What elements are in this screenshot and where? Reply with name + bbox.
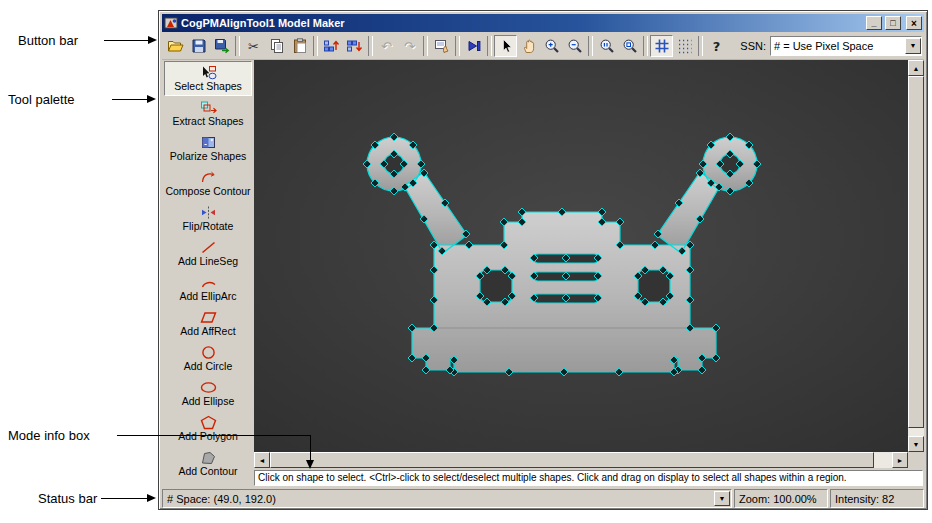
palette-item-add-circle[interactable]: Add Circle bbox=[164, 341, 252, 376]
open-folder-icon bbox=[167, 38, 184, 54]
scroll-right-button[interactable]: ► bbox=[892, 452, 908, 468]
zoom-in-icon bbox=[544, 38, 560, 54]
annotation-arrow bbox=[112, 99, 148, 100]
palette-item-add-polygon[interactable]: Add Polygon bbox=[164, 411, 252, 446]
ssn-label: SSN: bbox=[740, 40, 766, 52]
zoom-fit-icon bbox=[622, 38, 638, 54]
title-bar: CogPMAlignTool1 Model Maker _ □ × bbox=[162, 14, 924, 32]
undo-icon: ↶ bbox=[381, 40, 392, 53]
scroll-left-button[interactable]: ◄ bbox=[254, 452, 270, 468]
scrollbar-corner bbox=[908, 452, 924, 468]
palette-item-select-shapes[interactable]: Select Shapes bbox=[164, 61, 252, 96]
annotation-status-bar: Status bar bbox=[38, 491, 97, 506]
toolbar-separator bbox=[643, 36, 648, 56]
toolbar-separator bbox=[368, 36, 373, 56]
annotation-connector bbox=[310, 435, 311, 461]
window-title: CogPMAlignTool1 Model Maker bbox=[181, 17, 863, 29]
add-elliparc-icon bbox=[200, 275, 217, 290]
palette-item-polarize-shapes[interactable]: Polarize Shapes bbox=[164, 131, 252, 166]
polarize-shapes-icon bbox=[200, 135, 217, 150]
add-ellipse-icon bbox=[200, 380, 217, 395]
redo-button[interactable]: ↷ bbox=[398, 35, 421, 57]
horizontal-scrollbar[interactable]: ◄ ► bbox=[254, 452, 908, 468]
palette-item-extract-shapes[interactable]: Extract Shapes bbox=[164, 96, 252, 131]
run-button[interactable] bbox=[462, 35, 485, 57]
minimize-button[interactable]: _ bbox=[866, 16, 882, 30]
close-button[interactable]: × bbox=[906, 16, 922, 30]
pan-button[interactable] bbox=[517, 35, 540, 57]
status-bar: # Space: (49.0, 192.0) ▼ Zoom: 100.00% I… bbox=[162, 489, 924, 508]
add-circle-icon bbox=[200, 345, 217, 360]
copy-button[interactable] bbox=[265, 35, 288, 57]
palette-item-add-ellipse[interactable]: Add Ellipse bbox=[164, 376, 252, 411]
lower-shapes-button[interactable] bbox=[343, 35, 366, 57]
grid-points-icon bbox=[677, 38, 693, 54]
annotation-arrowhead bbox=[306, 460, 314, 469]
maximize-button[interactable]: □ bbox=[885, 16, 901, 30]
vertical-scrollbar[interactable]: ▲ ▼ bbox=[908, 60, 924, 452]
cursor-icon bbox=[498, 38, 514, 54]
palette-item-add-contour[interactable]: Add Contour bbox=[164, 446, 252, 481]
horizontal-scroll-thumb[interactable] bbox=[270, 452, 874, 468]
zoom-actual-icon bbox=[599, 38, 615, 54]
scroll-down-button[interactable]: ▼ bbox=[908, 436, 924, 452]
part-image bbox=[254, 60, 908, 452]
ssn-value: # = Use Pixel Space bbox=[771, 40, 905, 52]
zoom-actual-button[interactable] bbox=[595, 35, 618, 57]
compose-contour-icon bbox=[200, 170, 217, 185]
zoom-indicator: Zoom: 100.00% bbox=[734, 489, 828, 508]
save-button[interactable] bbox=[187, 35, 210, 57]
redo-icon: ↷ bbox=[404, 40, 415, 53]
raise-shapes-button[interactable] bbox=[320, 35, 343, 57]
display-canvas[interactable] bbox=[254, 60, 908, 452]
add-affrect-icon bbox=[200, 310, 217, 325]
ssn-combobox[interactable]: # = Use Pixel Space ▼ bbox=[770, 36, 922, 56]
help-button[interactable]: ? bbox=[705, 35, 728, 57]
tool-palette: Select Shapes Extract Shapes Polarize Sh… bbox=[162, 60, 254, 488]
annotation-arrowhead bbox=[147, 494, 156, 502]
space-dropdown-button[interactable]: ▼ bbox=[714, 491, 730, 506]
toolbar-separator bbox=[588, 36, 593, 56]
add-polygon-icon bbox=[200, 415, 217, 430]
grid-points-button[interactable] bbox=[673, 35, 696, 57]
palette-item-add-affrect[interactable]: Add AffRect bbox=[164, 306, 252, 341]
intensity-indicator: Intensity: 82 bbox=[830, 489, 924, 508]
add-contour-icon bbox=[200, 450, 217, 465]
space-selector[interactable]: # Space: (49.0, 192.0) ▼ bbox=[162, 489, 732, 508]
help-icon: ? bbox=[713, 40, 721, 53]
paste-icon bbox=[292, 38, 308, 54]
toolbar-separator bbox=[487, 36, 492, 56]
annotation-arrowhead bbox=[147, 95, 156, 103]
copy-icon bbox=[269, 38, 285, 54]
zoom-out-icon bbox=[567, 38, 583, 54]
save-as-icon bbox=[214, 38, 230, 54]
vertical-scroll-thumb[interactable] bbox=[908, 76, 924, 428]
zoom-in-button[interactable] bbox=[540, 35, 563, 57]
toolbar-separator bbox=[698, 36, 703, 56]
toolbar-separator bbox=[235, 36, 240, 56]
palette-item-add-lineseg[interactable]: Add LineSeg bbox=[164, 236, 252, 271]
open-button[interactable] bbox=[164, 35, 187, 57]
annotation-mode-info-box: Mode info box bbox=[8, 428, 90, 443]
paste-button[interactable] bbox=[288, 35, 311, 57]
hand-icon bbox=[521, 38, 537, 54]
annotated-figure: Button bar Tool palette Mode info box St… bbox=[0, 0, 932, 523]
palette-item-compose-contour[interactable]: Compose Contour bbox=[164, 166, 252, 201]
scissors-icon: ✂ bbox=[248, 40, 259, 53]
zoom-fit-button[interactable] bbox=[618, 35, 641, 57]
space-coordinates: # Space: (49.0, 192.0) bbox=[167, 493, 276, 505]
undo-button[interactable]: ↶ bbox=[375, 35, 398, 57]
palette-item-flip-rotate[interactable]: Flip/Rotate bbox=[164, 201, 252, 236]
scroll-up-button[interactable]: ▲ bbox=[908, 60, 924, 76]
zoom-out-button[interactable] bbox=[563, 35, 586, 57]
export-button[interactable] bbox=[210, 35, 233, 57]
mode-info-box: Click on shape to select. <Ctrl>-click t… bbox=[254, 470, 923, 486]
grid-axes-button[interactable] bbox=[650, 35, 673, 57]
cut-button[interactable]: ✂ bbox=[242, 35, 265, 57]
run-icon bbox=[466, 38, 482, 54]
palette-item-add-elliparc[interactable]: Add EllipArc bbox=[164, 271, 252, 306]
select-pointer-button[interactable] bbox=[494, 35, 517, 57]
ssn-dropdown-button[interactable]: ▼ bbox=[905, 38, 921, 54]
toolbar-separator bbox=[455, 36, 460, 56]
properties-button[interactable] bbox=[430, 35, 453, 57]
